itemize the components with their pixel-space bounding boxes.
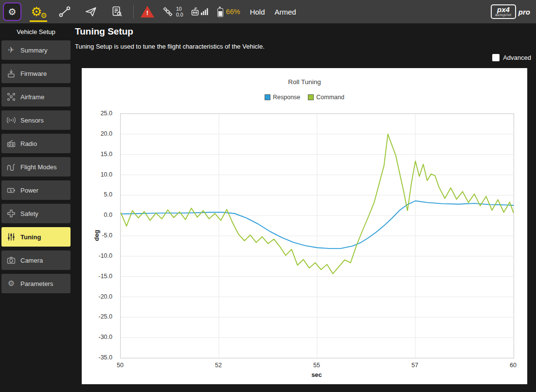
settings-view-button[interactable]: ⚙ ⚙ [25,0,52,23]
y-tick-label: -5.0 [102,232,112,239]
advanced-label: Advanced [503,54,531,61]
active-tab-indicator [30,20,47,22]
y-tick-label: -35.0 [99,354,113,361]
rc-rssi-indicator[interactable] [191,6,210,18]
y-tick-label: -30.0 [99,334,113,340]
analyze-document-icon [111,5,124,18]
sidebar-item-sensors[interactable]: Sensors [1,110,71,130]
warning-exclamation: ! [146,9,148,17]
analyze-view-button[interactable] [104,0,130,23]
satellite-icon [162,6,174,18]
sidebar-item-label: Firmware [20,70,47,77]
sidebar-item-label: Power [20,187,38,194]
px4-logo: px4 autopilot pro [491,4,530,19]
checkbox-icon[interactable] [492,54,500,61]
flight-mode-selector[interactable]: Hold [250,8,265,16]
sidebar-item-label: Airframe [20,93,44,101]
safety-cross-icon [6,209,17,218]
battery-icon [217,8,223,17]
x-tick-label: 50 [117,362,124,369]
legend-swatch [265,94,270,100]
parameters-gear-icon: ⚙ [6,280,17,287]
sidebar-item-label: Safety [20,210,38,217]
radio-icon [6,139,17,148]
summary-plane-icon: ✈ [6,46,17,54]
chart-svg [121,114,514,358]
px4-logo-box: px4 autopilot [491,4,516,19]
sensors-icon [6,115,17,125]
legend-label: Command [316,94,344,101]
settings-gear-small-icon: ⚙ [41,12,47,19]
y-tick-label: -10.0 [99,252,113,259]
sidebar-item-label: Parameters [20,280,53,287]
x-axis-ticks: 5052555760 [120,359,513,368]
sidebar-item-camera[interactable]: Camera [1,250,71,270]
signal-bars-icon [201,8,208,15]
qgc-logo-button[interactable]: ⚙ [3,2,21,21]
x-tick-label: 60 [510,362,517,369]
message-warning-indicator[interactable]: ! [140,6,154,18]
sidebar-item-firmware[interactable]: Firmware [1,64,71,83]
camera-icon [6,255,17,265]
sidebar-item-parameters[interactable]: ⚙ Parameters [1,274,71,293]
page-subtitle: Tuning Setup is used to tune the flight … [75,43,265,50]
sidebar-item-label: Tuning [20,233,41,241]
sidebar-item-label: Sensors [20,117,44,124]
sidebar-item-safety[interactable]: Safety [1,204,71,223]
fly-paper-plane-icon [85,5,97,18]
y-tick-label: 0.0 [104,212,112,218]
power-battery-icon [6,185,17,195]
gps-count: 10 [176,6,183,12]
battery-indicator[interactable]: 66% [217,7,240,17]
chart-legend: ResponseCommand [82,94,527,101]
plan-waypoints-icon [58,5,71,18]
advanced-checkbox[interactable]: Advanced [492,54,531,61]
gps-hdop: 0.0 [176,12,183,18]
sidebar-item-radio[interactable]: Radio [1,134,71,153]
warning-triangle-icon: ! [141,6,154,18]
sidebar-item-summary[interactable]: ✈ Summary [1,40,71,60]
rc-transmitter-icon [191,6,210,18]
flight-modes-icon [6,162,17,172]
legend-item: Command [308,94,344,101]
sidebar: Vehicle Setup ✈ Summary Firmware Airfram… [0,23,72,392]
chart-title: Roll Tuning [82,78,527,86]
qgc-logo-icon: ⚙ [8,7,16,17]
toolbar-divider [133,5,134,18]
y-tick-label: -25.0 [99,313,113,320]
y-tick-label: 5.0 [104,191,112,198]
toolbar: ⚙ ⚙ ⚙ ! [0,0,536,23]
plan-view-button[interactable] [52,0,78,23]
battery-percent: 66% [226,8,240,16]
px4-pro-text: pro [518,8,530,16]
page-title: Tuning Setup [75,26,133,37]
tuning-chart-panel: Roll Tuning ResponseCommand deg 25.020.0… [82,68,527,384]
sidebar-item-label: Summary [20,47,48,54]
sidebar-item-power[interactable]: Power [1,180,71,200]
fly-view-button[interactable] [78,0,104,23]
sidebar-item-tuning[interactable]: Tuning [1,227,71,247]
y-tick-label: 25.0 [101,110,112,117]
y-axis-ticks: 25.020.015.010.05.00.0-5.0-10.0-15.0-20.… [82,113,116,357]
px4-logo-text: px4 [497,6,510,13]
plot-area [120,113,514,358]
x-axis-title: sec [120,371,513,378]
gps-indicator[interactable]: 10 0.0 [162,6,183,18]
sidebar-item-label: Flight Modes [20,163,56,171]
armed-indicator[interactable]: Armed [275,8,296,16]
x-tick-label: 55 [313,362,320,369]
y-tick-label: 20.0 [101,130,112,137]
y-tick-label: 10.0 [101,171,112,178]
legend-item: Response [265,94,300,101]
sidebar-item-label: Camera [20,257,43,264]
y-tick-label: 15.0 [101,151,112,158]
gridlines [121,114,514,358]
sidebar-item-airframe[interactable]: Airframe [1,87,71,107]
legend-label: Response [273,94,300,101]
tuning-sliders-icon [6,232,17,242]
legend-swatch [308,94,314,100]
sidebar-item-flight-modes[interactable]: Flight Modes [1,157,71,177]
x-tick-label: 52 [215,362,222,369]
airframe-icon [6,92,17,102]
sidebar-header: Vehicle Setup [0,23,72,40]
